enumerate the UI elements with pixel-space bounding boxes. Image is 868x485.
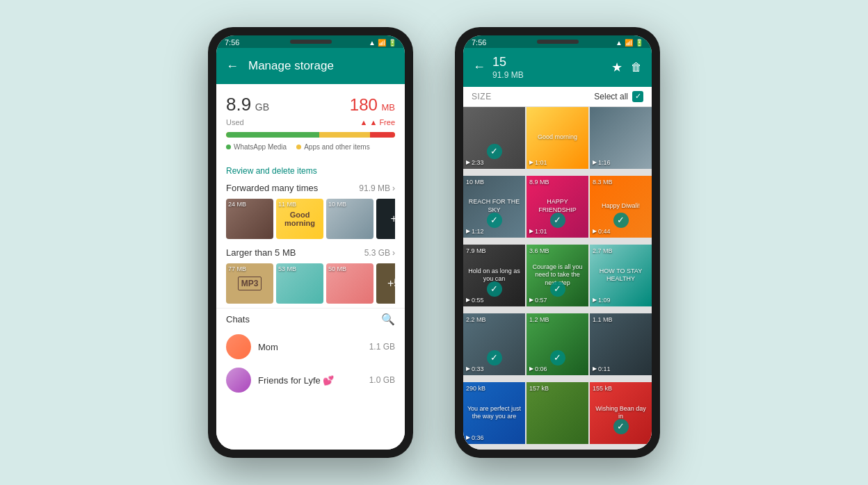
video-icon: ▶ [593, 228, 597, 234]
delete-button[interactable]: 🗑 [631, 61, 642, 74]
header-title-block: 15 91.9 MB [492, 55, 604, 80]
grid-size-6: 8.3 MB [593, 179, 613, 186]
check-overlay-6: ✓ [613, 213, 629, 228]
back-button2[interactable]: ← [473, 60, 485, 74]
status-icons2: ▲ 📶 🔋 [616, 39, 643, 47]
video-icon: ▶ [529, 159, 533, 165]
scene: 7:56 ▲ 📶 🔋 ← Manage storage 8.9 [0, 0, 868, 485]
storage-free-block: 180 MB [350, 95, 395, 115]
grid-item-5[interactable]: HAPPY FRIENDSHIP8.9 MB▶1:01✓ [527, 176, 588, 238]
grid-item-12[interactable]: 1.1 MB▶0:11 [590, 313, 652, 375]
whatsapp-dot [226, 145, 231, 149]
grid-item-10[interactable]: 2.2 MB▶0:33✓ [463, 313, 525, 375]
page-title: Manage storage [248, 59, 395, 73]
grid-item-11[interactable]: 1.2 MB▶0:06✓ [527, 313, 588, 375]
forwarded-title: Forwarded many times [226, 183, 318, 193]
thumb-couple: 50 MB [326, 263, 373, 304]
apps-label: Apps and other items [304, 143, 370, 151]
grid-item-15[interactable]: Wishing Bean day in155 kB✓ [590, 382, 652, 444]
grid-duration-13: ▶0:36 [466, 434, 484, 441]
grid-duration-9: ▶1:09 [593, 297, 611, 304]
grid-size-7: 7.9 MB [466, 247, 486, 254]
search-icon[interactable]: 🔍 [381, 313, 395, 326]
legend-apps: Apps and other items [296, 143, 370, 151]
avatar-mom [226, 334, 251, 359]
larger-thumbnails: 77 MB MP3 53 MB 50 MB +560 [226, 263, 395, 304]
header-count: 15 [492, 55, 604, 70]
select-all-row[interactable]: Select all ✓ [594, 91, 643, 102]
forwarded-thumbnails: 24 MB 11 MB Goodmorning 10 MB +11 [226, 199, 395, 239]
phone2-header: ← 15 91.9 MB ★ 🗑 [463, 48, 652, 87]
review-link[interactable]: Review and delete items [216, 161, 405, 179]
grid-item-3[interactable]: ▶1:16 [590, 107, 652, 169]
grid-size-8: 3.6 MB [529, 247, 549, 254]
check-overlay-7: ✓ [487, 281, 502, 297]
chevron-right-icon: › [392, 183, 395, 193]
grid-size-11: 1.2 MB [529, 316, 549, 323]
storage-free-unit: MB [382, 102, 396, 113]
larger-size: 5.3 GB › [364, 248, 395, 258]
video-icon: ▶ [529, 228, 533, 234]
phone2: 7:56 ▲ 📶 🔋 ← 15 91.9 MB ★ 🗑 [455, 27, 660, 458]
mp3-label: MP3 [238, 277, 262, 290]
video-icon: ▶ [529, 297, 533, 303]
grid-duration-12: ▶0:11 [593, 365, 611, 372]
back-button[interactable]: ← [226, 59, 239, 74]
grid-item-6[interactable]: Happy Diwali!8.3 MB▶0:44✓ [590, 176, 652, 238]
status-icons: ▲ 📶 🔋 [369, 39, 396, 47]
grid-duration-10: ▶0:33 [466, 365, 484, 372]
star-button[interactable]: ★ [611, 60, 622, 75]
grid-item-14[interactable]: 157 kB [527, 382, 588, 444]
check-overlay-1: ✓ [487, 144, 502, 159]
triangle-icon: ▲ [360, 118, 368, 126]
grid-item-4[interactable]: REACH FOR THE SKY10 MB▶1:12✓ [463, 176, 525, 238]
check-overlay-15: ✓ [613, 419, 629, 434]
grid-size-10: 2.2 MB [466, 316, 486, 323]
video-icon: ▶ [466, 434, 470, 441]
chevron-right-icon2: › [392, 248, 395, 258]
video-icon: ▶ [593, 159, 597, 165]
count-overlay: +11 [376, 199, 395, 239]
avatar-friends [226, 368, 251, 393]
chat-item-mom[interactable]: Mom 1.1 GB [226, 330, 395, 363]
grid-duration-4: ▶1:12 [466, 228, 484, 235]
apps-dot [296, 145, 301, 149]
chat-name-mom: Mom [258, 342, 362, 352]
grid-size-13: 290 kB [466, 385, 485, 392]
grid-item-2[interactable]: Good morning▶1:01 [527, 107, 588, 169]
legend-whatsapp: WhatsApp Media [226, 143, 287, 151]
select-all-label: Select all [594, 92, 628, 101]
grid-item-13[interactable]: You are perfect just the way you are290 … [463, 382, 525, 444]
chat-item-friends[interactable]: Friends for Lyfe 💕 1.0 GB [226, 363, 395, 397]
larger-section: Larger than 5 MB 5.3 GB › 77 MB MP3 [216, 243, 405, 308]
storage-legend: WhatsApp Media Apps and other items [226, 143, 395, 151]
thumb-people: 24 MB [226, 199, 273, 239]
free-progress [370, 132, 395, 138]
phone-notch [290, 40, 332, 44]
forwarded-size: 91.9 MB › [359, 183, 395, 193]
check-overlay-5: ✓ [550, 213, 565, 228]
storage-used-unit: GB [255, 101, 269, 113]
phone1-screen: 7:56 ▲ 📶 🔋 ← Manage storage 8.9 [216, 35, 405, 450]
phone1-content: 8.9 GB 180 MB Used ▲ ▲ Free [216, 84, 405, 450]
header-actions: ★ 🗑 [611, 60, 642, 75]
check-overlay-8: ✓ [550, 281, 565, 297]
thumb-mp3: 77 MB MP3 [226, 263, 273, 304]
grid-item-9[interactable]: HOW TO STAY HEALTHY2.7 MB▶1:09 [590, 245, 652, 306]
grid-duration-3: ▶1:16 [593, 159, 611, 166]
storage-used-value: 8.9 [226, 94, 251, 115]
grid-item-8[interactable]: Courage is all you need to take the next… [527, 245, 588, 306]
phone1: 7:56 ▲ 📶 🔋 ← Manage storage 8.9 [208, 27, 413, 458]
signal-icon2: 📶 [625, 39, 633, 47]
grid-size-5: 8.9 MB [529, 179, 549, 186]
grid-item-7[interactable]: Hold on as long as you can7.9 MB▶0:55✓ [463, 245, 525, 306]
grid-duration-2: ▶1:01 [529, 159, 547, 166]
grid-size-14: 157 kB [529, 385, 549, 392]
grid-item-1[interactable]: ▶2:33✓ [463, 107, 525, 169]
larger-title: Larger than 5 MB [226, 247, 296, 258]
select-all-checkbox[interactable]: ✓ [632, 91, 643, 102]
storage-used-block: 8.9 GB [226, 94, 269, 115]
video-icon: ▶ [529, 365, 533, 372]
check-overlay-11: ✓ [550, 350, 565, 365]
wifi-icon: ▲ [369, 39, 376, 47]
